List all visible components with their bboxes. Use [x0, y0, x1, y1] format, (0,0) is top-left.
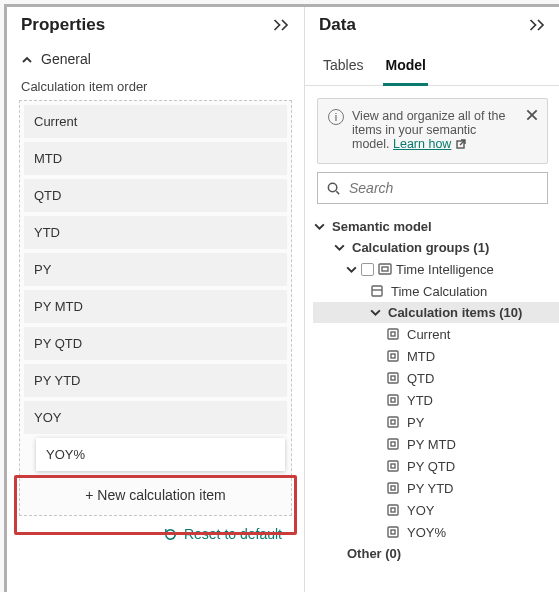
- data-title: Data: [319, 15, 356, 35]
- tree-calc-items[interactable]: Calculation items (10): [313, 302, 559, 323]
- item-icon: [385, 348, 401, 364]
- tree-leaf[interactable]: PY: [313, 411, 559, 433]
- order-item[interactable]: PY: [24, 253, 287, 286]
- svg-rect-12: [391, 398, 395, 402]
- order-item[interactable]: YOY: [24, 401, 287, 434]
- svg-rect-14: [391, 420, 395, 424]
- svg-rect-11: [388, 395, 398, 405]
- order-item[interactable]: MTD: [24, 142, 287, 175]
- svg-rect-17: [388, 461, 398, 471]
- info-banner: i View and organize all of the items in …: [317, 98, 548, 164]
- group-icon: [377, 261, 393, 277]
- chevron-down-icon: [345, 263, 358, 276]
- svg-rect-15: [388, 439, 398, 449]
- item-icon: [385, 414, 401, 430]
- tree-calc-groups[interactable]: Calculation groups (1): [313, 237, 559, 258]
- chevron-down-icon: [313, 220, 326, 233]
- item-icon: [385, 392, 401, 408]
- svg-rect-6: [391, 332, 395, 336]
- svg-rect-8: [391, 354, 395, 358]
- svg-rect-5: [388, 329, 398, 339]
- collapse-icon[interactable]: [528, 17, 548, 33]
- svg-rect-16: [391, 442, 395, 446]
- search-field[interactable]: [347, 179, 539, 197]
- svg-rect-13: [388, 417, 398, 427]
- general-section[interactable]: General: [7, 41, 304, 75]
- external-link-icon: [455, 138, 467, 153]
- tree-leaf[interactable]: YOY%: [313, 521, 559, 543]
- new-item-input[interactable]: YOY%: [36, 438, 285, 471]
- properties-title: Properties: [21, 15, 105, 35]
- tree-leaf[interactable]: PY MTD: [313, 433, 559, 455]
- chevron-down-icon: [333, 241, 346, 254]
- svg-rect-3: [382, 267, 388, 271]
- item-icon: [385, 326, 401, 342]
- order-item[interactable]: PY YTD: [24, 364, 287, 397]
- reset-button[interactable]: Reset to default: [7, 516, 304, 552]
- tree-leaf[interactable]: QTD: [313, 367, 559, 389]
- svg-rect-23: [388, 527, 398, 537]
- reset-label: Reset to default: [184, 526, 282, 542]
- svg-rect-10: [391, 376, 395, 380]
- learn-how-link[interactable]: Learn how: [393, 137, 451, 151]
- tree-time-intelligence[interactable]: Time Intelligence: [313, 258, 559, 280]
- tree-leaf[interactable]: YTD: [313, 389, 559, 411]
- svg-rect-20: [391, 486, 395, 490]
- calc-order-label: Calculation item order: [7, 75, 304, 100]
- chevron-down-icon: [369, 306, 382, 319]
- checkbox-icon[interactable]: [361, 263, 374, 276]
- svg-rect-4: [372, 286, 382, 296]
- item-icon: [385, 480, 401, 496]
- item-icon: [385, 458, 401, 474]
- order-item[interactable]: PY QTD: [24, 327, 287, 360]
- svg-rect-22: [391, 508, 395, 512]
- item-icon: [385, 436, 401, 452]
- new-calc-item-button[interactable]: + New calculation item: [20, 477, 291, 515]
- svg-rect-7: [388, 351, 398, 361]
- tab-model[interactable]: Model: [383, 53, 427, 86]
- search-input[interactable]: [317, 172, 548, 204]
- close-icon[interactable]: [525, 108, 539, 125]
- item-icon: [385, 502, 401, 518]
- collapse-icon[interactable]: [272, 17, 292, 33]
- item-icon: [385, 370, 401, 386]
- tree-leaf[interactable]: YOY: [313, 499, 559, 521]
- svg-rect-19: [388, 483, 398, 493]
- svg-rect-24: [391, 530, 395, 534]
- calc-item-order-list: Current MTD QTD YTD PY PY MTD PY QTD PY …: [19, 100, 292, 516]
- tree-leaf[interactable]: Current: [313, 323, 559, 345]
- tree-other[interactable]: Other (0): [313, 543, 559, 564]
- model-tree: Semantic model Calculation groups (1) Ti…: [305, 212, 559, 564]
- info-icon: i: [328, 109, 344, 125]
- order-item[interactable]: YTD: [24, 216, 287, 249]
- tree-leaf[interactable]: MTD: [313, 345, 559, 367]
- svg-rect-18: [391, 464, 395, 468]
- svg-rect-21: [388, 505, 398, 515]
- tree-leaf[interactable]: PY YTD: [313, 477, 559, 499]
- order-item[interactable]: QTD: [24, 179, 287, 212]
- chevron-up-icon: [21, 53, 33, 65]
- svg-point-1: [328, 183, 336, 191]
- tab-tables[interactable]: Tables: [321, 53, 365, 85]
- tree-time-calculation[interactable]: Time Calculation: [313, 280, 559, 302]
- svg-rect-9: [388, 373, 398, 383]
- tree-leaf[interactable]: PY QTD: [313, 455, 559, 477]
- svg-rect-2: [379, 264, 391, 274]
- order-item[interactable]: PY MTD: [24, 290, 287, 323]
- tree-root[interactable]: Semantic model: [313, 216, 559, 237]
- general-label: General: [41, 51, 91, 67]
- field-icon: [369, 283, 385, 299]
- item-icon: [385, 524, 401, 540]
- order-item[interactable]: Current: [24, 105, 287, 138]
